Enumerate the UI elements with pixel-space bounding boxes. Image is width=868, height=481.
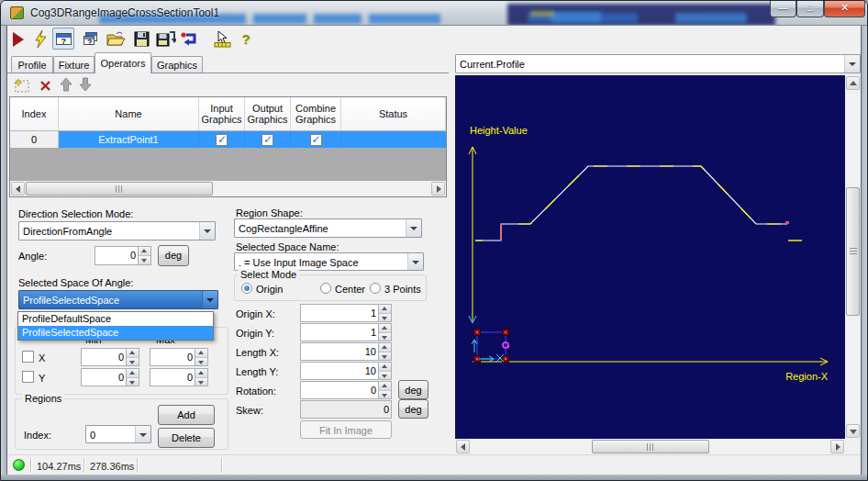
y-max-spinner[interactable]: 0 [150,368,208,386]
move-down-icon[interactable] [77,76,94,93]
scroll-down-arrow[interactable] [846,424,860,438]
window-border-right [861,26,868,475]
table-hscrollbar[interactable] [10,181,446,196]
close-button[interactable]: ✕ [824,0,865,17]
tab-graphics[interactable]: Graphics [151,56,203,73]
reset-icon[interactable] [180,28,202,50]
lightning-icon[interactable] [29,28,51,50]
spin-down-icon [379,372,391,380]
pointer-ruler-icon[interactable] [211,28,233,50]
svg-text:Height-Value: Height-Value [470,125,528,136]
help-icon[interactable]: ? [235,28,257,50]
scroll-right-arrow[interactable] [431,182,445,196]
run-icon[interactable] [7,28,29,50]
table-row-index-cell[interactable]: 0 [10,131,59,148]
angle-spinner[interactable]: 0 [95,246,151,265]
spin-up-icon [379,324,391,333]
open-icon[interactable] [105,28,127,50]
dropdown-item[interactable]: ProfileSelectedSpace [18,326,213,340]
profile-source-combo[interactable]: Current.Profile [455,54,861,73]
svg-text:Region-X: Region-X [785,371,829,382]
table-row-input-graphics-cell[interactable] [199,131,245,148]
chevron-down-icon[interactable] [406,219,421,237]
space-of-angle-combo[interactable]: ProfileSelectedSpace [18,290,218,309]
region-shape-combo[interactable]: CogRectangleAffine [234,218,422,238]
status-time-2: 278.36ms [90,461,134,472]
application-window: { "window": { "title": "Cog3DRangeImageC… [0,0,868,481]
titlebar[interactable]: Cog3DRangeImageCrossSectionTool1 — □ ✕ [0,0,868,26]
column-header[interactable]: Input Graphics [199,97,245,131]
input-graphics-checkbox[interactable] [216,134,228,146]
angle-deg-button[interactable]: deg [158,245,189,266]
tool-display-icon[interactable]: ? [52,28,74,50]
scroll-left-arrow[interactable] [11,182,25,196]
space-name-combo[interactable]: . = Use Input Image Space [234,252,424,271]
x-max-spinner[interactable]: 0 [150,348,208,366]
origin-radio-label[interactable]: Origin [256,284,283,295]
y-label: Y [39,373,45,384]
maximize-button[interactable]: □ [796,0,824,17]
chevron-down-icon[interactable] [407,253,423,270]
spin-up-icon [379,382,391,391]
skew-deg-button[interactable]: deg [398,399,428,419]
combine-graphics-checkbox[interactable] [310,134,322,146]
scroll-right-arrow[interactable] [830,440,844,453]
origin-y-spinner[interactable]: 1 [300,323,392,341]
scroll-left-arrow[interactable] [456,440,470,453]
scroll-thumb[interactable] [846,187,860,316]
dropdown-item[interactable]: ProfileDefaultSpace [18,312,213,326]
rotation-spinner[interactable]: 0 [300,381,392,399]
tab-profile[interactable]: Profile [11,56,53,73]
output-graphics-checkbox[interactable] [262,134,273,146]
table-row-output-graphics-cell[interactable] [245,131,291,148]
float-display-icon[interactable]: ? [76,28,98,50]
chevron-down-icon[interactable] [844,55,860,73]
delete-operator-icon[interactable] [37,77,53,94]
scroll-thumb[interactable] [592,440,709,453]
table-row-name-cell[interactable]: ExtractPoint1 [59,131,199,148]
table-row-combine-graphics-cell[interactable] [291,131,341,148]
column-header[interactable]: Status [341,97,446,131]
save-icon[interactable] [130,28,152,50]
tab-fixture[interactable]: Fixture [53,56,95,73]
length-x-spinner[interactable]: 10 [300,342,392,361]
table-row-status-cell[interactable] [341,131,446,148]
center-radio[interactable] [320,283,331,294]
column-header[interactable]: Combine Graphics [291,97,341,131]
scroll-thumb[interactable] [26,182,213,196]
column-header[interactable]: Index [10,97,59,131]
save-as-icon[interactable] [155,28,177,50]
y-min-spinner[interactable]: 0 [81,368,139,386]
chevron-down-icon[interactable] [202,291,217,308]
spin-down-icon [127,358,139,366]
three-points-radio-label[interactable]: 3 Points [384,284,421,295]
column-header[interactable]: Output Graphics [245,97,291,131]
status-bar: 104.27ms 278.36ms [7,454,861,475]
y-checkbox[interactable] [22,371,34,383]
fit-in-image-button[interactable]: Fit In Image [300,420,392,439]
three-points-radio[interactable] [370,283,381,294]
space-of-angle-dropdown[interactable]: ProfileDefaultSpace ProfileSelectedSpace [17,311,214,341]
x-min-spinner[interactable]: 0 [81,348,139,366]
x-checkbox[interactable] [22,351,34,363]
add-button[interactable]: Add [158,405,215,425]
region-index-combo[interactable]: 0 [85,425,151,443]
column-header[interactable]: Name [59,97,199,131]
profile-display-canvas[interactable]: Height-ValueRegion-X [455,75,845,439]
scroll-up-arrow[interactable] [846,76,860,90]
plot-vscrollbar[interactable] [845,75,861,439]
move-up-icon[interactable] [58,76,74,93]
plot-hscrollbar[interactable] [455,439,845,454]
center-radio-label[interactable]: Center [335,284,365,295]
chevron-down-icon[interactable] [135,426,150,442]
origin-x-spinner[interactable]: 1 [300,304,392,322]
chevron-down-icon[interactable] [199,222,215,240]
minimize-button[interactable]: — [770,0,796,17]
rotation-deg-button[interactable]: deg [398,380,428,399]
length-y-spinner[interactable]: 10 [300,362,392,380]
direction-mode-combo[interactable]: DirectionFromAngle [18,221,216,240]
tab-operators[interactable]: Operators [95,52,151,73]
new-operator-icon[interactable] [13,76,31,95]
delete-button[interactable]: Delete [158,428,215,448]
origin-radio[interactable] [241,283,252,294]
